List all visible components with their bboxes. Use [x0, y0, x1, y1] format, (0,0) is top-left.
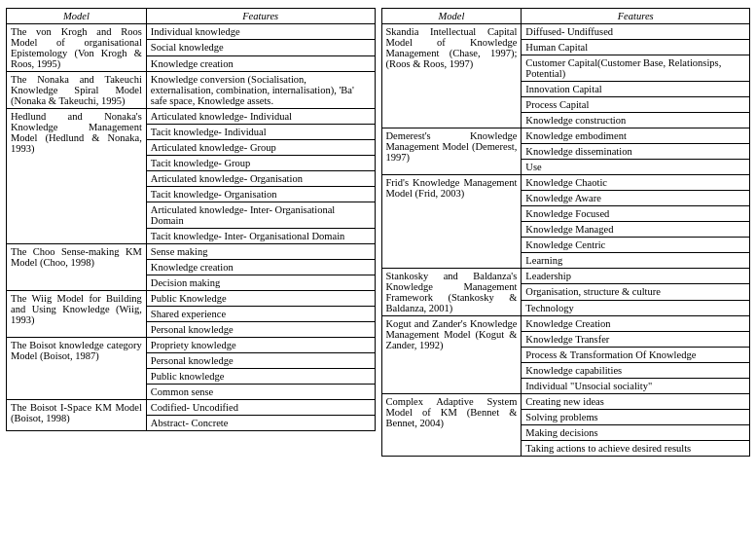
features-cell: Tacit knowledge- Inter- Organisational D… — [146, 229, 375, 244]
features-cell: Individual knowledge — [146, 24, 375, 40]
features-cell: Articulated knowledge- Individual — [146, 109, 375, 125]
table-row: The von Krogh and Roos Model of organisa… — [7, 24, 376, 40]
model-cell: The von Krogh and Roos Model of organisa… — [7, 24, 147, 72]
features-cell: Articulated knowledge- Inter- Organisati… — [146, 202, 375, 229]
features-cell: Knowledge dissemination — [522, 144, 750, 160]
features-cell: Public Knowledge — [146, 291, 375, 307]
model-cell: Hedlund and Nonaka's Knowledge Managemen… — [7, 109, 147, 244]
model-cell: Kogut and Zander's Knowledge Management … — [381, 316, 522, 394]
features-cell: Personal knowledge — [146, 322, 375, 338]
features-cell: Knowledge capabilities — [522, 363, 750, 379]
features-cell: Solving problems — [522, 410, 750, 425]
table-row: Hedlund and Nonaka's Knowledge Managemen… — [7, 109, 376, 125]
left-model-header: Model — [7, 9, 147, 24]
features-cell: Propriety knowledge — [146, 338, 375, 353]
model-cell: Complex Adaptive System Model of KM (Ben… — [381, 394, 522, 457]
page-container: Model Features The von Krogh and Roos Mo… — [0, 0, 756, 464]
features-cell: Making decisions — [522, 425, 750, 441]
right-table-wrapper: Model Features Skandia Intellectual Capi… — [381, 8, 751, 457]
right-model-header: Model — [381, 9, 522, 24]
features-cell: Social knowledge — [146, 40, 375, 55]
features-cell: Innovation Capital — [522, 82, 750, 97]
features-cell: Knowledge Centric — [522, 238, 750, 253]
table-row: The Boisot knowledge category Model (Boi… — [7, 338, 376, 353]
features-cell: Process & Transformation Of Knowledge — [522, 348, 750, 363]
table-row: Demerest's Knowledge Management Model (D… — [381, 128, 750, 144]
model-cell: The Choo Sense-making KM Model (Choo, 19… — [7, 244, 147, 291]
features-cell: Knowledge Aware — [522, 191, 750, 206]
features-cell: Organisation, structure & culture — [522, 284, 750, 300]
model-cell: Demerest's Knowledge Management Model (D… — [381, 128, 522, 175]
table-row: Stankosky and Baldanza's Knowledge Manag… — [381, 269, 750, 284]
features-cell: Knowledge Managed — [522, 222, 750, 238]
features-cell: Human Capital — [522, 40, 750, 55]
table-row: The Nonaka and Takeuchi Knowledge Spiral… — [7, 72, 376, 109]
features-cell: Tacit knowledge- Group — [146, 156, 375, 171]
features-cell: Sense making — [146, 244, 375, 260]
left-features-header: Features — [146, 9, 375, 24]
features-cell: Leadership — [522, 269, 750, 284]
features-cell: Tacit knowledge- Individual — [146, 125, 375, 140]
table-row: The Wiig Model for Building and Using Kn… — [7, 291, 376, 307]
features-cell: Learning — [522, 253, 750, 269]
features-cell: Customer Capital(Customer Base, Relation… — [522, 55, 750, 82]
table-row: Frid's Knowledge Management Model (Frid,… — [381, 175, 750, 191]
features-cell: Articulated knowledge- Group — [146, 140, 375, 156]
features-cell: Knowledge Focused — [522, 206, 750, 222]
features-cell: Taking actions to achieve desired result… — [522, 441, 750, 457]
features-cell: Creating new ideas — [522, 394, 750, 410]
features-cell: Articulated knowledge- Organisation — [146, 171, 375, 187]
model-cell: The Wiig Model for Building and Using Kn… — [7, 291, 147, 338]
features-cell: Codified- Uncodified — [146, 400, 375, 416]
features-cell: Knowledge Creation — [522, 316, 750, 332]
features-cell: Knowledge Chaotic — [522, 175, 750, 191]
features-cell: Knowledge construction — [522, 113, 750, 128]
features-cell: Common sense — [146, 385, 375, 400]
table-row: The Boisot I-Space KM Model (Boisot, 199… — [7, 400, 376, 416]
features-cell: Knowledge Transfer — [522, 332, 750, 348]
features-cell: Individual "Unsocial sociality" — [522, 379, 750, 394]
table-row: Kogut and Zander's Knowledge Management … — [381, 316, 750, 332]
right-table: Model Features Skandia Intellectual Capi… — [381, 8, 751, 457]
features-cell: Diffused- Undiffused — [522, 24, 750, 40]
features-cell: Abstract- Concrete — [146, 416, 375, 431]
model-cell: The Boisot I-Space KM Model (Boisot, 199… — [7, 400, 147, 431]
features-cell: Knowledge conversion (Socialisation, ext… — [146, 72, 375, 109]
table-row: Skandia Intellectual Capital Model of Kn… — [381, 24, 750, 40]
features-cell: Use — [522, 160, 750, 175]
right-features-header: Features — [522, 9, 750, 24]
model-cell: Stankosky and Baldanza's Knowledge Manag… — [381, 269, 522, 316]
features-cell: Knowledge creation — [146, 260, 375, 275]
features-cell: Tacit knowledge- Organisation — [146, 187, 375, 202]
features-cell: Personal knowledge — [146, 353, 375, 369]
features-cell: Shared experience — [146, 307, 375, 322]
features-cell: Process Capital — [522, 97, 750, 113]
features-cell: Technology — [522, 300, 750, 315]
features-cell: Knowledge creation — [146, 55, 375, 71]
model-cell: The Nonaka and Takeuchi Knowledge Spiral… — [7, 72, 147, 109]
table-row: The Choo Sense-making KM Model (Choo, 19… — [7, 244, 376, 260]
features-cell: Public knowledge — [146, 369, 375, 385]
features-cell: Knowledge embodiment — [522, 128, 750, 144]
left-table-wrapper: Model Features The von Krogh and Roos Mo… — [6, 8, 376, 457]
table-row: Complex Adaptive System Model of KM (Ben… — [381, 394, 750, 410]
model-cell: Frid's Knowledge Management Model (Frid,… — [381, 175, 522, 269]
features-cell: Decision making — [146, 275, 375, 291]
model-cell: The Boisot knowledge category Model (Boi… — [7, 338, 147, 400]
model-cell: Skandia Intellectual Capital Model of Kn… — [381, 24, 522, 128]
left-table: Model Features The von Krogh and Roos Mo… — [6, 8, 376, 431]
